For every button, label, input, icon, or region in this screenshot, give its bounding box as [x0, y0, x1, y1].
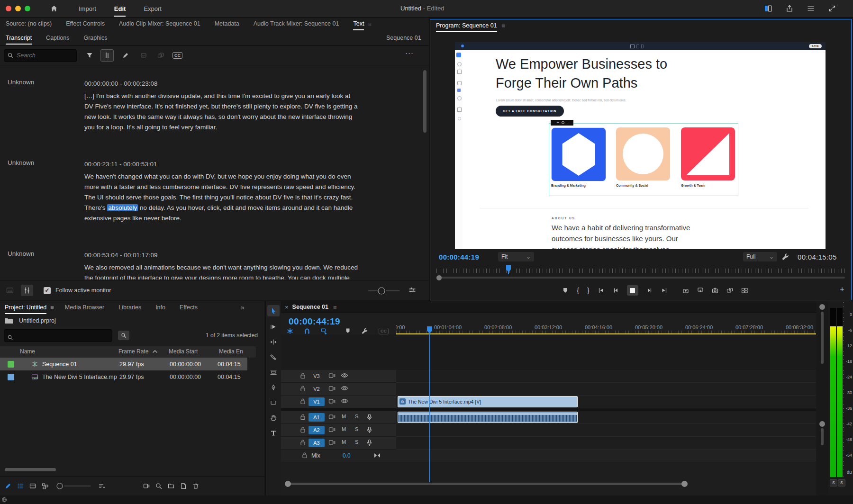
tab-audio-track-mixer[interactable]: Audio Track Mixer: Sequence 01	[254, 20, 339, 27]
project-file-name[interactable]: Untitled.prproj	[19, 317, 56, 324]
program-playhead[interactable]	[505, 265, 512, 274]
zoom-slider[interactable]	[55, 482, 93, 490]
comparison-view-icon[interactable]	[726, 287, 733, 294]
timeline-playhead-line[interactable]	[429, 328, 430, 482]
transcript-more-menu[interactable]: ···	[405, 49, 414, 57]
track-name[interactable]: A2	[309, 426, 325, 434]
quick-export-icon[interactable]	[786, 5, 793, 12]
step-back-icon[interactable]	[612, 287, 619, 294]
mark-out-icon[interactable]: }	[587, 287, 590, 294]
project-writable-icon[interactable]	[2, 480, 14, 492]
track-select-forward-tool[interactable]	[267, 321, 280, 333]
subtab-graphics[interactable]: Graphics	[83, 35, 107, 41]
video-clip[interactable]: fx The New Divi 5 Interface.mp4 [V]	[398, 396, 578, 407]
track-name[interactable]: V2	[309, 385, 325, 393]
extract-icon[interactable]	[697, 287, 704, 294]
lock-icon[interactable]	[302, 452, 308, 459]
track-header-v1[interactable]: V1	[281, 396, 396, 408]
type-tool[interactable]	[267, 427, 280, 439]
sync-lock-icon[interactable]	[328, 398, 336, 405]
mark-in-icon[interactable]: {	[577, 287, 579, 294]
timeline-hscrollbar[interactable]	[285, 481, 688, 487]
lock-icon[interactable]	[300, 426, 306, 433]
go-to-in-icon[interactable]	[598, 287, 604, 294]
snap-magnet-icon[interactable]	[304, 328, 310, 334]
play-stop-button[interactable]	[627, 285, 638, 296]
lock-icon[interactable]	[300, 439, 306, 446]
sync-lock-icon[interactable]	[328, 439, 336, 446]
caption-blocks-view-icon[interactable]	[4, 285, 16, 296]
icon-view-icon[interactable]	[27, 480, 39, 492]
subtab-transcript[interactable]: Transcript	[6, 35, 32, 41]
merge-speakers-icon[interactable]	[154, 50, 167, 61]
tab-metadata[interactable]: Metadata	[215, 20, 239, 27]
project-search-input[interactable]	[4, 329, 112, 342]
create-captions-icon[interactable]: CC	[172, 52, 182, 59]
delete-icon[interactable]	[190, 480, 202, 492]
solo-left-button[interactable]: S	[830, 479, 837, 486]
tab-edit[interactable]: Edit	[114, 5, 126, 12]
freeform-view-icon[interactable]	[39, 480, 51, 492]
tab-audio-clip-mixer[interactable]: Audio Clip Mixer: Sequence 01	[119, 20, 200, 27]
track-output-eye-icon[interactable]	[341, 398, 348, 404]
project-row-clip[interactable]: The New Divi 5 Interface.mp 29.97 fps 00…	[0, 370, 247, 383]
workspace-switcher-icon[interactable]	[764, 5, 772, 12]
maximize-window-button[interactable]	[25, 6, 30, 11]
tab-media-browser[interactable]: Media Browser	[65, 304, 104, 311]
add-marker-icon[interactable]	[562, 287, 569, 294]
solo-button[interactable]: S	[355, 439, 358, 445]
minimize-window-button[interactable]	[15, 6, 21, 11]
solo-button[interactable]: S	[355, 426, 358, 432]
tab-overflow-icon[interactable]: »	[241, 304, 245, 311]
scroll-handle[interactable]	[819, 421, 825, 427]
new-bin-icon[interactable]	[165, 480, 177, 492]
voiceover-record-icon[interactable]	[366, 414, 372, 421]
project-table-header[interactable]: Name Frame Rate Media Start Media En	[0, 346, 256, 358]
step-forward-icon[interactable]	[646, 287, 653, 294]
filter-icon[interactable]	[83, 50, 96, 61]
transcript-view-icon[interactable]	[21, 285, 33, 296]
mix-volume-value[interactable]: 0.0	[343, 452, 351, 459]
selection-tool[interactable]	[267, 305, 280, 316]
solo-right-button[interactable]: S	[838, 479, 845, 486]
lock-icon[interactable]	[300, 414, 306, 420]
multi-camera-icon[interactable]	[741, 287, 748, 294]
edit-transcript-icon[interactable]	[119, 50, 132, 61]
search-input[interactable]	[4, 49, 77, 62]
razor-tool[interactable]	[267, 351, 280, 363]
lock-icon[interactable]	[300, 398, 306, 405]
zoom-handle-right[interactable]	[681, 481, 688, 487]
track-header-a3[interactable]: A3 M S	[281, 437, 396, 450]
assign-speaker-icon[interactable]	[137, 50, 150, 61]
project-panel-menu-icon[interactable]: ≡	[50, 304, 54, 311]
sync-lock-icon[interactable]	[328, 426, 336, 433]
pause-while-editing-icon[interactable]	[100, 49, 114, 62]
nest-toggle-icon[interactable]	[287, 328, 293, 334]
subtab-captions[interactable]: Captions	[46, 35, 69, 41]
pen-tool[interactable]	[267, 382, 280, 393]
item-name[interactable]: The New Divi 5 Interface.mp	[42, 374, 112, 380]
track-name[interactable]: V3	[309, 372, 325, 380]
go-to-out-icon[interactable]	[661, 287, 668, 294]
project-hscrollbar[interactable]	[5, 468, 56, 471]
find-icon[interactable]	[118, 331, 129, 340]
tab-effect-controls[interactable]: Effect Controls	[66, 20, 105, 27]
timeline-ruler[interactable]: :00:00 00:01:04:00 00:02:08:00 00:03:12:…	[396, 322, 816, 334]
list-view-icon[interactable]	[14, 480, 27, 492]
lock-icon[interactable]	[300, 372, 306, 379]
mute-button[interactable]: M	[342, 439, 346, 445]
program-scrollbar[interactable]	[436, 275, 845, 280]
playback-quality-select[interactable]: Full⌄	[743, 252, 777, 261]
home-icon[interactable]	[50, 5, 58, 12]
hand-tool[interactable]	[267, 412, 280, 423]
keyframe-nav-icon[interactable]	[374, 453, 381, 458]
track-header-a1[interactable]: A1 M S	[281, 411, 396, 424]
follow-monitor-checkbox[interactable]: ✓	[44, 287, 51, 294]
solo-button[interactable]: S	[355, 414, 358, 419]
label-swatch[interactable]	[8, 361, 14, 368]
settings-sliders-icon[interactable]	[408, 286, 416, 294]
linked-selection-icon[interactable]	[321, 328, 327, 334]
track-name[interactable]: V1	[309, 397, 325, 406]
program-video-frame[interactable]: SAVE We Empower Businesses to Forge Thei…	[455, 42, 826, 249]
sync-lock-icon[interactable]	[328, 385, 336, 392]
